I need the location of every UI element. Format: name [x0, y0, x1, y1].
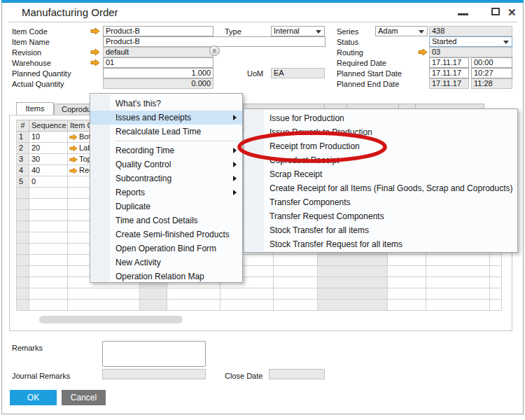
- required-date-field[interactable]: 17.11.17: [429, 57, 469, 68]
- submenu-item-scrap-receipt[interactable]: Scrap Receipt: [244, 167, 517, 181]
- tab-items[interactable]: Items: [16, 102, 54, 115]
- table-cell[interactable]: [426, 266, 490, 277]
- sequence-cell[interactable]: 20: [29, 143, 68, 154]
- sequence-cell[interactable]: 30: [29, 154, 68, 165]
- planned-start-date-field[interactable]: 17.11.17: [429, 68, 469, 78]
- table-cell[interactable]: [29, 210, 68, 221]
- close-date-field[interactable]: [269, 369, 325, 379]
- table-cell[interactable]: [426, 277, 490, 288]
- link-arrow-icon[interactable]: [69, 167, 78, 174]
- link-arrow-icon[interactable]: [69, 145, 78, 152]
- table-cell[interactable]: [68, 300, 140, 311]
- table-cell[interactable]: [16, 244, 29, 255]
- table-cell[interactable]: [318, 266, 388, 277]
- table-cell[interactable]: [16, 210, 29, 221]
- table-cell[interactable]: [490, 277, 502, 288]
- journal-remarks-field[interactable]: [102, 369, 206, 379]
- table-cell[interactable]: [274, 266, 318, 277]
- table-cell[interactable]: [318, 277, 388, 288]
- table-cell[interactable]: [140, 288, 167, 300]
- menu-item-recalculate-lead-time[interactable]: Recalculate Lead Time: [90, 125, 242, 139]
- table-cell[interactable]: [274, 277, 318, 288]
- link-arrow-icon[interactable]: [90, 59, 100, 66]
- close-button[interactable]: ✕: [507, 6, 517, 19]
- actual-quantity-field[interactable]: 0.000: [103, 78, 214, 89]
- table-cell[interactable]: [16, 266, 29, 277]
- menu-item-quality-control[interactable]: Quality Control: [90, 158, 242, 172]
- submenu-item-issue-rework-to-production[interactable]: Issue Rework to Production: [244, 125, 517, 139]
- menu-item-create-semi-finished-products[interactable]: Create Semi-finished Products: [90, 227, 242, 241]
- menu-item-issues-and-receipts[interactable]: Issues and Receipts: [90, 111, 242, 125]
- minimize-button[interactable]: [458, 13, 468, 15]
- submenu-item-stock-transfer-for-all-items[interactable]: Stock Transfer for all items: [244, 223, 517, 237]
- table-cell[interactable]: [140, 300, 167, 311]
- menu-item-operation-relation-map[interactable]: Operation Relation Map: [90, 270, 242, 284]
- table-cell[interactable]: [29, 244, 68, 255]
- link-arrow-icon[interactable]: [69, 156, 78, 163]
- table-cell[interactable]: [68, 288, 140, 300]
- planned-end-date-field[interactable]: 17.11.17: [429, 78, 469, 89]
- sequence-cell[interactable]: 10: [29, 132, 68, 143]
- item-code-field[interactable]: Product-B: [103, 26, 214, 36]
- table-cell[interactable]: [16, 221, 29, 232]
- table-cell[interactable]: [220, 300, 274, 311]
- submenu-item-create-receipt-for-all-items[interactable]: Create Receipt for all Items (Final Good…: [244, 181, 517, 195]
- series-number-field[interactable]: 438: [429, 26, 512, 36]
- table-cell[interactable]: [388, 300, 426, 311]
- menu-item-whats-this[interactable]: What's this?: [90, 97, 242, 111]
- table-cell[interactable]: [29, 277, 68, 288]
- table-cell[interactable]: [29, 221, 68, 232]
- menu-item-recording-time[interactable]: Recording Time: [90, 144, 242, 158]
- submenu-item-receipt-from-production[interactable]: Receipt from Production: [244, 139, 517, 153]
- table-cell[interactable]: [29, 255, 68, 266]
- type-dropdown[interactable]: Internal: [271, 26, 325, 36]
- table-cell[interactable]: [167, 288, 220, 300]
- table-cell[interactable]: [318, 300, 388, 311]
- link-arrow-icon[interactable]: [69, 134, 78, 141]
- table-cell[interactable]: [490, 300, 502, 311]
- horizontal-scrollbar-thumb[interactable]: [39, 316, 183, 323]
- submenu-item-issue-for-production[interactable]: Issue for Production: [244, 111, 517, 125]
- table-cell[interactable]: [16, 199, 29, 210]
- link-arrow-icon[interactable]: [418, 48, 428, 56]
- table-cell[interactable]: [426, 300, 490, 311]
- table-cell[interactable]: [29, 300, 68, 311]
- planned-quantity-field[interactable]: 1.000: [103, 68, 214, 78]
- status-dropdown[interactable]: Started: [429, 36, 512, 47]
- table-cell[interactable]: [490, 266, 502, 277]
- table-cell[interactable]: [29, 232, 68, 244]
- link-arrow-icon[interactable]: [90, 27, 100, 35]
- table-cell[interactable]: [16, 232, 29, 244]
- cancel-button[interactable]: Cancel: [62, 390, 106, 405]
- table-cell[interactable]: [490, 255, 502, 266]
- choose-from-list-icon[interactable]: ≡: [209, 46, 220, 56]
- table-cell[interactable]: [318, 288, 388, 300]
- table-cell[interactable]: [388, 277, 426, 288]
- table-cell[interactable]: [426, 288, 490, 300]
- routing-field[interactable]: 03: [429, 47, 512, 57]
- ok-button[interactable]: OK: [10, 390, 57, 405]
- table-cell[interactable]: [16, 300, 29, 311]
- planned-end-time-field[interactable]: 11:28: [471, 78, 512, 89]
- link-arrow-icon[interactable]: [90, 48, 100, 56]
- series-dropdown[interactable]: Adam: [375, 26, 428, 36]
- table-cell[interactable]: [29, 288, 68, 300]
- table-cell[interactable]: [388, 266, 426, 277]
- submenu-item-transfer-request-components[interactable]: Transfer Request Components: [244, 209, 517, 223]
- submenu-item-coproduct-receipt[interactable]: Coproduct Receipt: [244, 153, 517, 167]
- required-time-field[interactable]: 00:00: [471, 57, 512, 68]
- table-cell[interactable]: [388, 255, 426, 266]
- table-cell[interactable]: [274, 288, 318, 300]
- menu-item-new-activity[interactable]: New Activity: [90, 255, 242, 270]
- table-cell[interactable]: [29, 199, 68, 210]
- remarks-input[interactable]: [102, 341, 206, 367]
- warehouse-field[interactable]: 01: [103, 57, 214, 68]
- menu-item-subcontracting[interactable]: Subcontracting: [90, 172, 242, 186]
- menu-item-open-operation-bind-form[interactable]: Open Operation Bind Form: [90, 241, 242, 255]
- table-cell[interactable]: [274, 300, 318, 311]
- revision-field[interactable]: default: [103, 47, 214, 57]
- table-cell[interactable]: [16, 188, 29, 199]
- table-cell[interactable]: [426, 255, 490, 266]
- col-header-num[interactable]: #: [16, 120, 29, 132]
- table-cell[interactable]: [16, 255, 29, 266]
